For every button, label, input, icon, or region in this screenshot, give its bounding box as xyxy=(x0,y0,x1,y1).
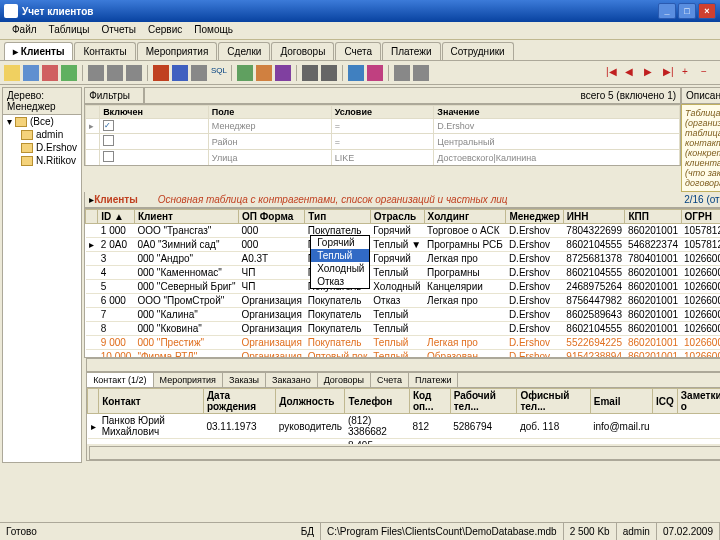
table-row[interactable]: ▸2 0А00А0 "Зимний сад"000ПокупательТеплы… xyxy=(86,238,720,252)
table-row[interactable]: 6 000ООО "ПромСтрой"ОрганизацияПокупател… xyxy=(86,294,720,308)
contacts-grid[interactable]: КонтактДата рожденияДолжностьТелефонКод … xyxy=(87,388,720,444)
tool-cut-icon[interactable] xyxy=(88,65,104,81)
minimize-button[interactable]: _ xyxy=(658,3,676,19)
tree-item-ritikov[interactable]: N.Ritikov xyxy=(3,154,81,167)
folder-icon xyxy=(21,156,33,166)
tool-print-icon[interactable] xyxy=(302,65,318,81)
table-row[interactable]: 8 000 "Кковина"ОрганизацияПокупательТепл… xyxy=(86,322,720,336)
close-button[interactable]: × xyxy=(698,3,716,19)
tab-clients[interactable]: ▸ Клиенты xyxy=(4,42,73,60)
tool-preview-icon[interactable] xyxy=(321,65,337,81)
tab-deals[interactable]: Сделки xyxy=(218,42,270,60)
nav-last-icon[interactable]: ▶| xyxy=(662,65,678,81)
tool-paste-icon[interactable] xyxy=(126,65,142,81)
table-row[interactable]: 10 000"Фирма РТД"ОрганизацияОптовый покТ… xyxy=(86,350,720,359)
tab-contacts[interactable]: Контакты xyxy=(74,42,135,60)
filters-count: всего 5 (включено 1) xyxy=(144,87,681,104)
detail-tab[interactable]: Мероприятия xyxy=(154,373,223,387)
tab-accounts[interactable]: Счета xyxy=(335,42,381,60)
tool-users-icon[interactable] xyxy=(413,65,429,81)
tree-root[interactable]: ▾(Все) xyxy=(3,115,81,128)
toolbar: SQL |◀ ◀ ▶ ▶| + − xyxy=(0,61,720,85)
tool-import-icon[interactable] xyxy=(275,65,291,81)
dropdown-option[interactable]: Отказ xyxy=(311,275,369,288)
tool-settings-icon[interactable] xyxy=(394,65,410,81)
filters-label: Фильтры xyxy=(84,87,144,104)
tree-header: Дерево: Менеджер xyxy=(3,88,81,115)
table-row[interactable]: 4 000 "Каменномас"ЧППокупательТеплыйПрог… xyxy=(86,266,720,280)
table-row[interactable]: 9 000000 "Престиж"ОрганизацияПокупательТ… xyxy=(86,336,720,350)
tool-new-icon[interactable] xyxy=(4,65,20,81)
contact-row[interactable]: Петров18.01.19718 495 22233442384562доб.… xyxy=(88,439,720,445)
main-tabs: ▸ Клиенты Контакты Мероприятия Сделки До… xyxy=(0,40,720,61)
tool-sql-icon[interactable]: SQL xyxy=(210,65,226,81)
hscrollbar[interactable] xyxy=(86,358,720,372)
dropdown-option[interactable]: Горячий xyxy=(311,236,369,249)
menu-tables[interactable]: Таблицы xyxy=(43,22,96,39)
nav-prev-icon[interactable]: ◀ xyxy=(624,65,640,81)
tree-panel: Дерево: Менеджер ▾(Все) admin D.Ershov N… xyxy=(2,87,82,463)
detail-pane: Контакт (1/2)МероприятияЗаказыЗаказаноДо… xyxy=(86,372,720,461)
folder-icon xyxy=(15,117,27,127)
grid-counter: 2/16 (отфильтровано) всего 20 xyxy=(684,194,720,205)
desc-label: Описание таблицы:× xyxy=(681,87,720,104)
nav-add-icon[interactable]: + xyxy=(681,65,697,81)
status-path: C:\Program Files\ClientsCount\DemoDataba… xyxy=(321,523,564,540)
detail-tab[interactable]: Заказы xyxy=(223,373,266,387)
detail-tab[interactable]: Платежи xyxy=(409,373,459,387)
tool-copy-icon[interactable] xyxy=(107,65,123,81)
tab-events[interactable]: Мероприятия xyxy=(137,42,218,60)
tab-payments[interactable]: Платежи xyxy=(382,42,441,60)
tool-refresh-icon[interactable] xyxy=(237,65,253,81)
dropdown-option[interactable]: Холодный xyxy=(311,262,369,275)
tool-delete-icon[interactable] xyxy=(42,65,58,81)
window-title: Учет клиентов xyxy=(22,6,93,17)
menu-file[interactable]: Файл xyxy=(6,22,43,39)
table-row[interactable]: 1 000ООО "Трансгаз"000ПокупательГорячийТ… xyxy=(86,224,720,238)
tool-report-icon[interactable] xyxy=(367,65,383,81)
nav-first-icon[interactable]: |◀ xyxy=(605,65,621,81)
status-ready: Готово xyxy=(0,523,295,540)
detail-tab[interactable]: Договоры xyxy=(318,373,371,387)
table-row[interactable]: 7 000 "Калина"ОрганизацияПокупательТеплы… xyxy=(86,308,720,322)
folder-icon xyxy=(21,143,33,153)
grid-header: ▸ Клиенты Основная таблица с контрагента… xyxy=(84,192,720,208)
tool-chart-icon[interactable] xyxy=(348,65,364,81)
tool-search-icon[interactable] xyxy=(191,65,207,81)
tab-employees[interactable]: Сотрудники xyxy=(442,42,514,60)
maximize-button[interactable]: □ xyxy=(678,3,696,19)
nav-remove-icon[interactable]: − xyxy=(700,65,716,81)
titlebar: Учет клиентов _ □ × xyxy=(0,0,720,22)
contact-row[interactable]: ▸Панков Юрий Михайлович03.11.1973руковод… xyxy=(88,414,720,439)
tree-item-admin[interactable]: admin xyxy=(3,128,81,141)
table-row[interactable]: 5 000 "Северный Бриг"ЧППокупательХолодны… xyxy=(86,280,720,294)
filter-grid[interactable]: ВключенПолеУсловиеЗначение▸Менеджер=D.Er… xyxy=(84,104,681,166)
industry-dropdown[interactable]: ГорячийТеплыйХолодныйОтказ xyxy=(310,235,370,289)
menu-service[interactable]: Сервис xyxy=(142,22,188,39)
statusbar: Готово БД C:\Program Files\ClientsCount\… xyxy=(0,522,720,540)
detail-tabs: Контакт (1/2)МероприятияЗаказыЗаказаноДо… xyxy=(87,373,720,388)
detail-tab[interactable]: Заказано xyxy=(266,373,318,387)
status-db-label: БД xyxy=(295,523,321,540)
grid-title: Клиенты xyxy=(94,194,138,205)
menu-reports[interactable]: Отчеты xyxy=(95,22,142,39)
tool-filter-icon[interactable] xyxy=(153,65,169,81)
tool-export-icon[interactable] xyxy=(256,65,272,81)
data-grid[interactable]: ID ▲КлиентОП ФормаТипОтрасльХолдингМенед… xyxy=(84,208,720,358)
dropdown-option[interactable]: Теплый xyxy=(311,249,369,262)
status-size: 2 500 Kb xyxy=(564,523,617,540)
tool-save-icon[interactable] xyxy=(61,65,77,81)
table-row[interactable]: 3 000 "Андро"А0.3ТПокупательГорячийЛегка… xyxy=(86,252,720,266)
tool-edit-icon[interactable] xyxy=(23,65,39,81)
detail-hscrollbar[interactable] xyxy=(89,446,720,460)
status-date: 07.02.2009 xyxy=(657,523,720,540)
menubar: Файл Таблицы Отчеты Сервис Помощь xyxy=(0,22,720,40)
detail-tab[interactable]: Счета xyxy=(371,373,409,387)
nav-next-icon[interactable]: ▶ xyxy=(643,65,659,81)
tree-item-ershov[interactable]: D.Ershov xyxy=(3,141,81,154)
menu-help[interactable]: Помощь xyxy=(188,22,239,39)
detail-tab[interactable]: Контакт (1/2) xyxy=(87,373,153,387)
tool-sort-icon[interactable] xyxy=(172,65,188,81)
status-user: admin xyxy=(617,523,657,540)
tab-contracts[interactable]: Договоры xyxy=(271,42,334,60)
